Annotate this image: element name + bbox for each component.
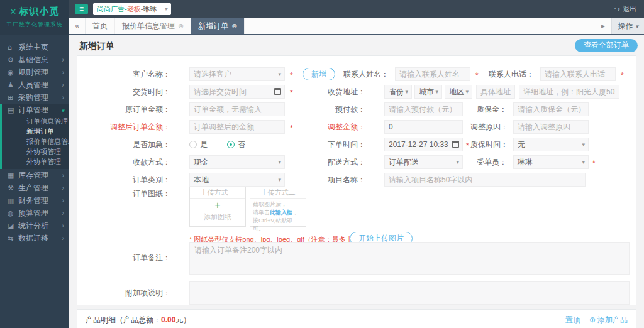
- chevron-right-icon: [62, 194, 64, 207]
- upload-method-two-box[interactable]: 上传方式二 截取图片后， 请单击此输入框， 按Ctrl+V,粘贴即可。: [250, 187, 306, 227]
- original-amount-input[interactable]: [189, 102, 285, 116]
- sidebar-subitem-quotation-info-management[interactable]: 报价单信息管理: [2, 136, 69, 146]
- warranty-money-input[interactable]: [513, 102, 589, 116]
- tab-new-order[interactable]: 新增订单⊗: [191, 18, 245, 34]
- tabs-scroll-right-button[interactable]: ▸: [595, 18, 611, 34]
- home-icon: ⌂: [8, 41, 18, 54]
- urgent-yes-radio[interactable]: 是: [189, 138, 208, 151]
- logout-button[interactable]: ↪ 退出: [614, 4, 636, 14]
- payment-method-select[interactable]: 现金: [189, 155, 285, 169]
- flask-icon: ◍: [8, 207, 18, 220]
- sidebar-subitem-new-order[interactable]: 新增订单: [2, 126, 69, 136]
- form-row-payment-delivery: 收款方式： 现金 配送方式： 订单配送 受单员： 琳琳 *: [77, 155, 636, 169]
- adjust-amount-input[interactable]: [384, 120, 463, 134]
- delivery-time-input[interactable]: [189, 85, 285, 99]
- adjusted-amount-label: 调整后订单金额：: [77, 120, 177, 134]
- sidebar-subitem-order-info-management[interactable]: 订单信息管理: [2, 116, 69, 126]
- sidebar-item-finance-management[interactable]: ▥财务管理: [0, 194, 69, 207]
- chevron-right-icon: [62, 219, 64, 232]
- chevron-down-icon: [635, 21, 638, 30]
- delivery-method-select[interactable]: 订单配送: [384, 155, 463, 169]
- chevron-down-icon: [456, 156, 459, 168]
- person-icon: ♟: [8, 79, 18, 92]
- chevron-right-icon: [62, 66, 64, 79]
- transfer-icon: ⇆: [8, 232, 18, 245]
- adjusted-amount-input[interactable]: [189, 120, 285, 134]
- province-select[interactable]: 省份: [384, 85, 412, 99]
- sidebar-item-inventory-management[interactable]: ▦库存管理: [0, 169, 69, 182]
- upload-method-one-box[interactable]: 上传方式一 + 添加图纸: [189, 187, 246, 227]
- contact-phone-label: 联系人电话：: [484, 67, 534, 81]
- chevron-down-icon: [278, 173, 281, 186]
- order-taker-select[interactable]: 琳琳: [513, 155, 589, 169]
- workspace-dropdown[interactable]: 尚尚广告-老板-琳琳: [93, 3, 171, 15]
- sidebar-item-order-management[interactable]: ▤订单管理: [2, 104, 69, 116]
- customer-select[interactable]: 请选择客户: [189, 67, 285, 81]
- sidebar-item-basic-info[interactable]: ⚙基础信息: [0, 53, 69, 66]
- order-taker-label: 受单员：: [470, 155, 507, 169]
- city-select[interactable]: 城市: [414, 85, 442, 99]
- sidebar-subitem-outsourcing-item-management[interactable]: 外协项管理: [2, 146, 69, 156]
- tab-actions-dropdown[interactable]: 操作: [611, 18, 644, 34]
- gear-icon: ⚙: [8, 54, 18, 67]
- view-all-orders-button[interactable]: 查看全部订单: [575, 39, 638, 52]
- address-full-input[interactable]: [519, 85, 619, 99]
- warranty-money-label: 质保金：: [470, 102, 507, 116]
- brand-icon: ✕: [10, 7, 18, 16]
- sidebar-item-data-migration[interactable]: ⇆数据迁移: [0, 232, 69, 244]
- drawings-label: 订单图纸：: [77, 187, 177, 200]
- tab-home[interactable]: 首页: [86, 18, 115, 34]
- sidebar-item-statistics-analysis[interactable]: ◪统计分析: [0, 219, 69, 232]
- sidebar-item-personnel-management[interactable]: ♟人员管理: [0, 79, 69, 91]
- sidebar-toggle-button[interactable]: ≡: [75, 4, 88, 14]
- tab-bar: « 首页 报价单信息管理⊗ 新增订单⊗ ▸ 操作: [69, 18, 644, 35]
- delivery-method-label: 配送方式：: [285, 155, 372, 169]
- tab-quotation-management[interactable]: 报价单信息管理⊗: [115, 18, 191, 34]
- sidebar-item-rules-management[interactable]: ◉规则管理: [0, 66, 69, 79]
- calendar-icon[interactable]: [274, 88, 281, 95]
- form-row-type-project: 订单类别： 本地 项目名称：: [77, 173, 636, 187]
- paste-input-link[interactable]: 此输入框: [270, 209, 292, 216]
- chevron-down-icon: [582, 138, 585, 151]
- upload-method-one-title: 上传方式一: [190, 187, 245, 199]
- paste-input-area[interactable]: 截取图片后， 请单击此输入框， 按Ctrl+V,粘贴即可。: [250, 199, 306, 235]
- sidebar-item-system-home[interactable]: ⌂系统主页: [0, 41, 69, 53]
- tab-close-icon[interactable]: ⊗: [178, 22, 184, 30]
- order-time-label: 下单时间：: [285, 138, 372, 151]
- order-type-label: 订单类别：: [77, 173, 177, 187]
- chevron-down-icon: [582, 156, 585, 168]
- sidebar-item-purchase-management[interactable]: ⊞采购管理: [0, 91, 69, 104]
- order-type-select[interactable]: 本地: [189, 173, 285, 187]
- remark-label: 订单备注：: [77, 251, 177, 265]
- address-detail-input[interactable]: [476, 85, 515, 99]
- required-marker: *: [290, 68, 293, 82]
- sidebar-subitem-outsourcing-order-management[interactable]: 外协单管理: [2, 156, 69, 167]
- prepayment-input[interactable]: [384, 102, 463, 116]
- app-subtitle: 工厂数字化管理系统: [0, 21, 69, 29]
- project-name-input[interactable]: [384, 173, 586, 187]
- pin-top-link[interactable]: 置顶: [565, 315, 580, 325]
- money-icon: ▥: [8, 195, 18, 207]
- contact-name-input[interactable]: [395, 67, 470, 81]
- calendar-icon[interactable]: [452, 141, 459, 148]
- adjust-reason-label: 调整原因：: [470, 120, 507, 134]
- adjust-reason-input[interactable]: [513, 120, 589, 134]
- order-time-input[interactable]: [384, 138, 463, 151]
- contact-phone-input[interactable]: [540, 67, 616, 81]
- sidebar-item-production-management[interactable]: ⚒生产管理: [0, 182, 69, 194]
- remark-textarea[interactable]: [189, 242, 630, 275]
- add-customer-button[interactable]: 新增: [303, 68, 335, 80]
- required-marker: *: [475, 68, 479, 82]
- additional-textarea[interactable]: [189, 281, 630, 305]
- form-row-delivery-address: 交货时间： * 收货地址： 省份 城市 地区: [77, 85, 636, 99]
- warranty-time-select[interactable]: 无: [513, 138, 589, 151]
- add-product-link[interactable]: ⊕添加产品: [589, 315, 628, 325]
- target-icon: ◉: [8, 67, 18, 79]
- tab-close-icon[interactable]: ⊗: [231, 22, 237, 30]
- tabs-collapse-button[interactable]: «: [69, 18, 86, 34]
- district-select[interactable]: 地区: [445, 85, 472, 99]
- chevron-right-icon: [62, 207, 64, 219]
- sidebar-item-budget-management[interactable]: ◍预算管理: [0, 207, 69, 219]
- workspace-role: 老板: [127, 4, 141, 14]
- urgent-no-radio[interactable]: 否: [227, 138, 245, 151]
